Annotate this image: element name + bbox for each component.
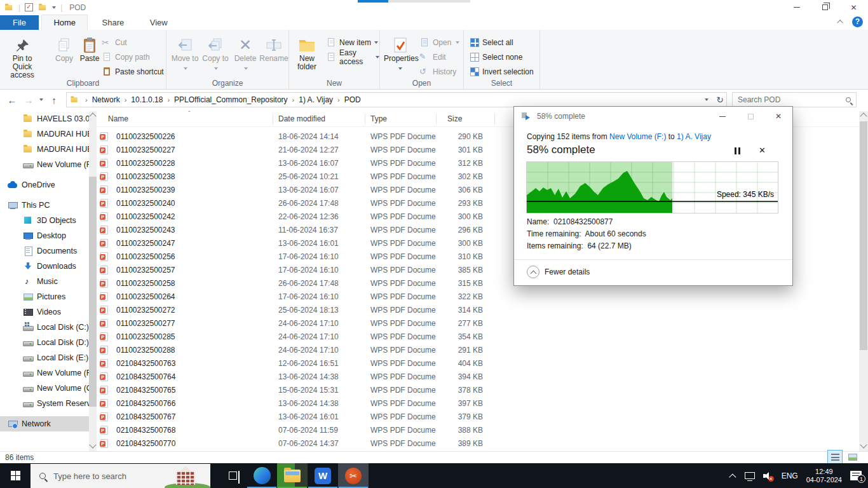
- sort-ascending-icon[interactable]: ˆ: [188, 110, 191, 118]
- file-name[interactable]: 02108432500763: [111, 359, 273, 368]
- table-row[interactable]: 01100232500288 24-06-2024 17:10 WPS PDF …: [97, 343, 859, 356]
- sidebar-item[interactable]: Local Disk (E:): [0, 350, 97, 365]
- file-name[interactable]: 01100232500264: [111, 292, 273, 301]
- address-bar[interactable]: › Network › 10.1.0.18 › PPLOfficial_Comm…: [66, 92, 727, 107]
- table-row[interactable]: 02108432500768 07-06-2024 11:59 WPS PDF …: [97, 423, 859, 437]
- table-row[interactable]: 01100232500264 17-06-2024 16:10 WPS PDF …: [97, 290, 859, 303]
- source-link[interactable]: New Volume (F:): [609, 132, 666, 141]
- tab-share[interactable]: Share: [91, 15, 136, 30]
- table-row[interactable]: 02108432500763 12-06-2024 16:51 WPS PDF …: [97, 356, 859, 370]
- new-folder-button[interactable]: New folder: [292, 34, 322, 71]
- pause-button[interactable]: [735, 147, 736, 154]
- sidebar-item[interactable]: New Volume (G:): [0, 381, 97, 396]
- file-name[interactable]: 02108432500764: [111, 372, 273, 381]
- file-name[interactable]: 01100232500258: [111, 279, 273, 288]
- back-button[interactable]: ←: [4, 95, 20, 105]
- history-button[interactable]: ↺History: [419, 65, 456, 78]
- folder-icon[interactable]: [38, 3, 47, 12]
- recent-locations-icon[interactable]: [39, 98, 43, 101]
- breadcrumb-label[interactable]: 10.1.0.18: [131, 95, 163, 104]
- restore-button[interactable]: [811, 0, 839, 15]
- file-name[interactable]: 01100232500240: [111, 199, 273, 208]
- properties-button[interactable]: Properties: [384, 34, 417, 72]
- scrollbar-thumb[interactable]: [860, 121, 867, 350]
- copy-path-button[interactable]: Copy path: [102, 50, 150, 64]
- properties-icon[interactable]: [25, 3, 33, 11]
- search-icon[interactable]: [846, 97, 851, 102]
- sidebar-item[interactable]: OneDrive: [0, 177, 97, 193]
- table-row[interactable]: 01100232500277 24-06-2024 17:10 WPS PDF …: [97, 316, 859, 330]
- cancel-copy-button[interactable]: ✕: [759, 146, 766, 155]
- move-to-button[interactable]: Move to: [170, 34, 200, 72]
- edge-app-button[interactable]: [247, 463, 277, 488]
- minimize-button[interactable]: [782, 0, 811, 15]
- file-explorer-app-button[interactable]: [277, 463, 308, 488]
- tab-view[interactable]: View: [139, 15, 179, 30]
- file-name[interactable]: 01100232500272: [111, 306, 273, 315]
- destination-link[interactable]: 1) A. Vijay: [677, 132, 711, 141]
- file-name[interactable]: 01100232500277: [111, 319, 273, 328]
- fewer-details-button[interactable]: Fewer details: [527, 266, 590, 278]
- sidebar-item[interactable]: Documents: [0, 243, 97, 259]
- dialog-close-button[interactable]: ✕: [764, 107, 792, 126]
- open-button[interactable]: Open: [419, 36, 459, 49]
- copy-to-button[interactable]: Copy to: [201, 34, 230, 72]
- select-all-button[interactable]: Select all: [470, 36, 513, 49]
- delete-button[interactable]: ✕ Delete: [231, 34, 259, 72]
- column-header-size[interactable]: Size: [436, 111, 487, 127]
- close-button[interactable]: ✕: [839, 0, 868, 15]
- column-header-type[interactable]: Type: [365, 111, 436, 127]
- sidebar-scrollbar[interactable]: [89, 111, 97, 451]
- file-name[interactable]: 01100232500242: [111, 212, 273, 221]
- sidebar-item[interactable]: HAVELLS 03.07.2: [0, 111, 97, 126]
- breadcrumb-segment[interactable]: › POD: [333, 95, 361, 104]
- scroll-up-icon[interactable]: [860, 112, 867, 119]
- column-header-name[interactable]: Name: [102, 111, 273, 127]
- paste-shortcut-button[interactable]: Paste shortcut: [102, 65, 164, 78]
- invert-selection-button[interactable]: Invert selection: [470, 65, 534, 78]
- dialog-minimize-button[interactable]: [709, 107, 736, 126]
- edit-button[interactable]: ✎Edit: [419, 50, 446, 64]
- file-list-scrollbar[interactable]: [859, 111, 868, 451]
- sidebar-item[interactable]: Videos: [0, 304, 97, 320]
- hidden-icons-chevron[interactable]: [729, 473, 736, 480]
- file-name[interactable]: 02108432500768: [111, 426, 273, 435]
- file-name[interactable]: 01100232500256: [111, 252, 273, 261]
- sidebar-item[interactable]: Music: [0, 274, 97, 289]
- sidebar-item[interactable]: System Reserved: [0, 396, 97, 411]
- tab-file[interactable]: File: [0, 15, 39, 30]
- network-tray-icon[interactable]: [745, 472, 755, 479]
- file-name[interactable]: 01100232500285: [111, 332, 273, 341]
- file-name[interactable]: 01100232500257: [111, 266, 273, 274]
- select-none-button[interactable]: Select none: [470, 50, 522, 64]
- search-input[interactable]: Search POD: [732, 92, 857, 107]
- scroll-down-icon[interactable]: [89, 441, 96, 448]
- file-name[interactable]: 01100232500288: [111, 346, 273, 355]
- sidebar-item[interactable]: Downloads: [0, 259, 97, 274]
- table-row[interactable]: 01100232500272 25-06-2024 18:13 WPS PDF …: [97, 303, 859, 316]
- file-name[interactable]: 01100232500239: [111, 186, 273, 194]
- table-row[interactable]: 02108432500766 13-06-2024 14:38 WPS PDF …: [97, 396, 859, 410]
- chevron-down-icon[interactable]: [52, 6, 56, 9]
- rename-button[interactable]: Rename: [259, 34, 288, 63]
- up-button[interactable]: ↑: [46, 95, 62, 105]
- folder-icon[interactable]: [4, 3, 13, 12]
- file-name[interactable]: 01100232500243: [111, 226, 273, 234]
- wps-office-app-button[interactable]: W: [308, 463, 338, 488]
- breadcrumb-segment[interactable]: › Network: [81, 95, 120, 104]
- file-name[interactable]: 01100232500228: [111, 159, 273, 168]
- cut-button[interactable]: ✂Cut: [102, 36, 127, 49]
- sidebar-item[interactable]: Pictures: [0, 289, 97, 304]
- sidebar-item[interactable]: 3D Objects: [0, 213, 97, 228]
- sidebar-item[interactable]: MADURAI HUB -: [0, 142, 97, 157]
- breadcrumb-label[interactable]: 1) A. Vijay: [299, 95, 333, 104]
- task-view-button[interactable]: [219, 463, 247, 488]
- sidebar-item[interactable]: Network: [0, 416, 97, 431]
- breadcrumb-segment[interactable]: › PPLOfficial_Common_Repository: [163, 95, 287, 104]
- file-name[interactable]: 02108432500765: [111, 386, 273, 395]
- file-name[interactable]: 02108432500770: [111, 439, 273, 448]
- clock[interactable]: 12:4904-07-2024: [806, 468, 842, 484]
- breadcrumb-label[interactable]: PPLOfficial_Common_Repository: [174, 95, 288, 104]
- pin-to-quick-access-button[interactable]: Pin to Quick access: [3, 34, 42, 79]
- new-item-button[interactable]: New item: [326, 36, 378, 49]
